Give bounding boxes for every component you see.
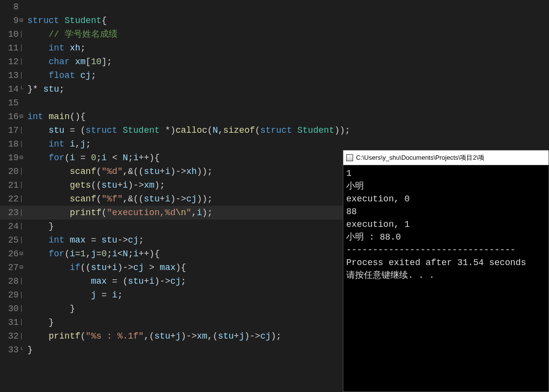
line-number: 15 [0, 96, 20, 110]
fold-marker: │ [20, 274, 27, 288]
line-number: 13 [0, 69, 20, 82]
fold-marker: │ [20, 27, 27, 41]
fold-marker: │ [20, 165, 27, 178]
fold-marker[interactable]: ⊟ [20, 261, 27, 274]
fold-marker: │ [20, 69, 27, 82]
line-number: 24 [0, 220, 20, 233]
fold-marker [20, 96, 27, 110]
line-number: 23 [0, 206, 20, 220]
code-content[interactable]: int xh; [27, 41, 86, 55]
code-content[interactable]: char xm[10]; [27, 55, 112, 69]
line-number: 30 [0, 302, 20, 316]
code-content[interactable]: printf("execution,%d\n",i); [27, 206, 213, 220]
line-number: 31 [0, 316, 20, 329]
code-content[interactable]: scanf("%f",&((stu+i)->cj)); [27, 192, 213, 206]
code-content[interactable]: } [27, 343, 33, 357]
fold-marker: │ [20, 316, 27, 329]
fold-marker: │ [20, 329, 27, 343]
code-line[interactable]: 14└}* stu; [0, 82, 549, 96]
line-number: 18 [0, 137, 20, 151]
console-titlebar[interactable]: C:\Users\y_shu\Documents\Projects\项目2\项 [343, 150, 549, 165]
line-number: 26 [0, 247, 20, 261]
console-app-icon [346, 154, 353, 161]
code-line[interactable]: 8 [0, 0, 549, 14]
fold-marker[interactable]: ⊟ [20, 151, 27, 165]
fold-marker: │ [20, 192, 27, 206]
fold-marker: │ [20, 55, 27, 69]
code-content[interactable]: gets((stu+i)->xm); [27, 178, 165, 192]
code-content[interactable]: j = i; [27, 288, 122, 302]
line-number: 33 [0, 343, 20, 357]
code-content[interactable]: for(i=1,j=0;i<N;i++){ [27, 247, 160, 261]
fold-marker [20, 0, 27, 14]
fold-marker[interactable]: ⊟ [20, 110, 27, 123]
code-content[interactable]: if((stu+i)->cj > max){ [27, 261, 186, 274]
line-number: 11 [0, 41, 20, 55]
line-number: 29 [0, 288, 20, 302]
line-number: 9 [0, 14, 20, 27]
fold-marker: │ [20, 178, 27, 192]
code-content[interactable]: // 学号姓名成绩 [27, 27, 118, 41]
fold-marker: │ [20, 206, 27, 220]
line-number: 10 [0, 27, 20, 41]
fold-marker: │ [20, 220, 27, 233]
fold-marker: │ [20, 41, 27, 55]
code-line[interactable]: 9⊟struct Student{ [0, 14, 549, 27]
code-content[interactable]: scanf("%d",&((stu+i)->xh)); [27, 165, 213, 178]
fold-marker[interactable]: ⊟ [20, 14, 27, 27]
line-number: 32 [0, 329, 20, 343]
console-window[interactable]: C:\Users\y_shu\Documents\Projects\项目2\项 … [343, 150, 549, 392]
code-content[interactable]: } [27, 302, 75, 316]
code-content[interactable]: max = (stu+i)->cj; [27, 274, 186, 288]
code-content[interactable]: stu = (struct Student *)calloc(N,sizeof(… [27, 123, 350, 137]
fold-marker[interactable]: ⊟ [20, 247, 27, 261]
fold-marker: └ [20, 82, 27, 96]
line-number: 14 [0, 82, 20, 96]
console-output[interactable]: 1 小明 execution, 0 88 execution, 1 小明 : 8… [343, 165, 549, 284]
console-title: C:\Users\y_shu\Documents\Projects\项目2\项 [356, 153, 484, 162]
line-number: 12 [0, 55, 20, 69]
fold-marker: │ [20, 302, 27, 316]
line-number: 20 [0, 165, 20, 178]
code-line[interactable]: 15 [0, 96, 549, 110]
code-line[interactable]: 16⊟int main(){ [0, 110, 549, 123]
fold-marker: │ [20, 288, 27, 302]
code-content[interactable]: int i,j; [27, 137, 91, 151]
fold-marker: │ [20, 233, 27, 247]
code-content[interactable]: } [27, 316, 54, 329]
line-number: 22 [0, 192, 20, 206]
code-content[interactable]: } [27, 220, 54, 233]
code-content[interactable]: for(i = 0;i < N;i++){ [27, 151, 160, 165]
code-line[interactable]: 17│ stu = (struct Student *)calloc(N,siz… [0, 123, 549, 137]
line-number: 8 [0, 0, 20, 14]
line-number: 17 [0, 123, 20, 137]
code-line[interactable]: 13│ float cj; [0, 69, 549, 82]
code-line[interactable]: 11│ int xh; [0, 41, 549, 55]
fold-marker: │ [20, 123, 27, 137]
line-number: 21 [0, 178, 20, 192]
line-number: 27 [0, 261, 20, 274]
code-line[interactable]: 12│ char xm[10]; [0, 55, 549, 69]
code-content[interactable]: printf("%s : %.1f",(stu+j)->xm,(stu+j)->… [27, 329, 282, 343]
line-number: 25 [0, 233, 20, 247]
line-number: 16 [0, 110, 20, 123]
code-content[interactable]: int max = stu->cj; [27, 233, 144, 247]
fold-marker: │ [20, 137, 27, 151]
code-content[interactable]: struct Student{ [27, 14, 107, 27]
code-line[interactable]: 18│ int i,j; [0, 137, 549, 151]
code-content[interactable]: float cj; [27, 69, 96, 82]
code-content[interactable]: }* stu; [27, 82, 65, 96]
code-line[interactable]: 10│ // 学号姓名成绩 [0, 27, 549, 41]
fold-marker: └ [20, 343, 27, 357]
line-number: 19 [0, 151, 20, 165]
code-content[interactable]: int main(){ [27, 110, 86, 123]
line-number: 28 [0, 274, 20, 288]
